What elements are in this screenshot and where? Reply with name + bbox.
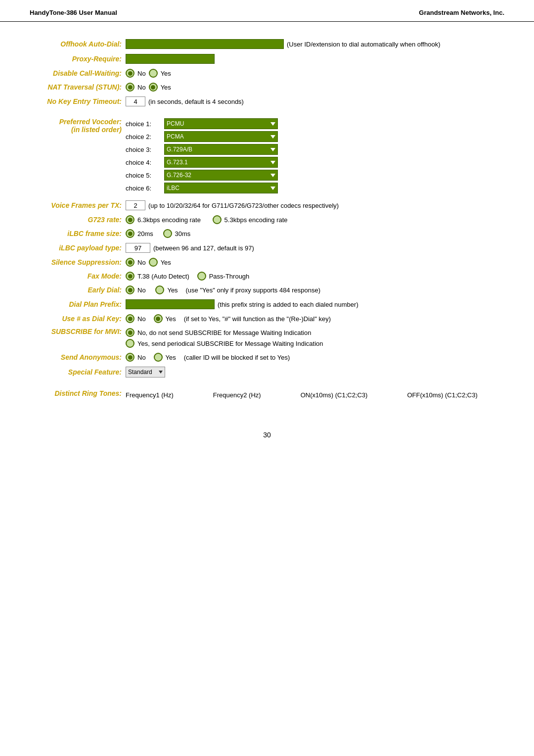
vocoder-arrow-1	[270, 122, 275, 126]
ilbc-frame-value: 20ms 30ms	[124, 227, 504, 240]
ilbc-payload-label: iLBC payload type:	[30, 240, 124, 255]
no-key-value: 4 (in seconds, default is 4 seconds)	[124, 94, 504, 109]
early-dial-no-radio[interactable]	[126, 285, 134, 294]
vocoder-select-2[interactable]: PCMA	[164, 131, 278, 142]
fax-passthrough-radio[interactable]	[197, 272, 206, 281]
fax-value: T.38 (Auto Detect) Pass-Through	[124, 269, 504, 283]
voice-frames-input[interactable]: 2	[126, 200, 145, 210]
vocoder-select-6[interactable]: iLBC	[164, 183, 278, 193]
distinct-ring-label: Distinct Ring Tones:	[30, 387, 124, 401]
ilbc-frame-30ms-label: 30ms	[175, 230, 191, 237]
special-feature-row: Special Feature: Standard	[30, 364, 504, 380]
ilbc-payload-input[interactable]: 97	[126, 243, 150, 253]
vocoder-choice-3: choice 3: G.729A/B	[126, 144, 502, 155]
spacer-row-2	[30, 380, 504, 387]
offhook-auto-dial-row: Offhook Auto-Dial: (User ID/extension to…	[30, 37, 504, 51]
send-anon-yes-radio[interactable]	[154, 353, 163, 362]
disable-call-waiting-value: No Yes	[124, 66, 504, 80]
disable-call-waiting-no-radio[interactable]	[126, 69, 134, 78]
mwi-no-radio[interactable]	[126, 328, 134, 337]
vocoder-choice-5: choice 5: G.726-32	[126, 170, 502, 181]
voice-frames-value: 2 (up to 10/20/32/64 for G711/G726/G723/…	[124, 198, 504, 213]
early-dial-yes-radio[interactable]	[155, 285, 164, 294]
vocoder-arrow-4	[270, 161, 275, 164]
header-right: Grandstream Networks, Inc.	[419, 9, 504, 16]
proxy-input[interactable]	[126, 54, 215, 64]
special-feature-label: Special Feature:	[30, 364, 124, 380]
offhook-inline: (User ID/extension to dial automatically…	[126, 39, 502, 49]
use-hash-desc: (if set to Yes, "#" will function as the…	[184, 315, 331, 323]
early-dial-row: Early Dial: No Yes (use "Yes" only if pr…	[30, 283, 504, 297]
special-feature-select[interactable]: Standard	[126, 367, 165, 378]
offhook-label: Offhook Auto-Dial:	[30, 37, 124, 51]
vocoder-choice-4: choice 4: G.723.1	[126, 157, 502, 168]
nat-label: NAT Traversal (STUN):	[30, 80, 124, 94]
nat-inline: No Yes	[126, 83, 502, 92]
nat-no-radio[interactable]	[126, 83, 134, 92]
nat-no-label: No	[137, 84, 146, 91]
use-hash-yes-radio[interactable]	[154, 314, 163, 323]
mwi-yes-radio[interactable]	[126, 339, 134, 348]
use-hash-label: Use # as Dial Key:	[30, 312, 124, 326]
vocoder-arrow-6	[270, 187, 275, 190]
vocoder-select-4[interactable]: G.723.1	[164, 157, 278, 168]
disable-call-waiting-label: Disable Call-Waiting:	[30, 66, 124, 80]
subscribe-mwi-option2-row: Yes, send periodical SUBSCRIBE for Messa…	[126, 339, 502, 348]
vocoder-select-1[interactable]: PCMU	[164, 118, 278, 129]
ilbc-payload-row: iLBC payload type: 97 (between 96 and 12…	[30, 240, 504, 255]
disable-call-waiting-row: Disable Call-Waiting: No Yes	[30, 66, 504, 80]
ilbc-payload-value: 97 (between 96 and 127, default is 97)	[124, 240, 504, 255]
send-anonymous-row: Send Anonymous: No Yes (caller ID will b…	[30, 350, 504, 364]
silence-no-radio[interactable]	[126, 258, 134, 267]
nat-yes-label: Yes	[161, 84, 171, 91]
offhook-value: (User ID/extension to dial automatically…	[124, 37, 504, 51]
silence-yes-radio[interactable]	[149, 258, 158, 267]
g723-inline: 6.3kbps encoding rate 5.3kbps encoding r…	[126, 215, 502, 224]
voice-frames-desc: (up to 10/20/32/64 for G711/G726/G723/ot…	[148, 202, 339, 209]
spacer-row-1	[30, 109, 504, 116]
disable-call-waiting-inline: No Yes	[126, 69, 502, 78]
early-dial-label: Early Dial:	[30, 283, 124, 297]
settings-table: Offhook Auto-Dial: (User ID/extension to…	[30, 37, 504, 401]
ilbc-frame-30ms-radio[interactable]	[163, 229, 172, 238]
proxy-label: Proxy-Require:	[30, 51, 124, 66]
ilbc-frame-label: iLBC frame size:	[30, 227, 124, 240]
early-dial-desc: (use "Yes" only if proxy supports 484 re…	[186, 286, 321, 294]
ilbc-payload-desc: (between 96 and 127, default is 97)	[153, 244, 254, 252]
silence-no-label: No	[137, 259, 146, 266]
silence-inline: No Yes	[126, 258, 502, 267]
ilbc-frame-size-row: iLBC frame size: 20ms 30ms	[30, 227, 504, 240]
content-area: Offhook Auto-Dial: (User ID/extension to…	[0, 22, 534, 421]
proxy-require-row: Proxy-Require:	[30, 51, 504, 66]
fax-t38-radio[interactable]	[126, 272, 134, 281]
g723-option2-radio[interactable]	[213, 215, 222, 224]
g723-option1-radio[interactable]	[126, 215, 134, 224]
silence-yes-label: Yes	[161, 259, 171, 266]
vocoder-select-5[interactable]: G.726-32	[164, 170, 278, 181]
distinct-ring-tones-row: Distinct Ring Tones: Frequency1 (Hz) Fre…	[30, 387, 504, 401]
early-dial-value: No Yes (use "Yes" only if proxy supports…	[124, 283, 504, 297]
no-key-input[interactable]: 4	[126, 96, 145, 106]
dial-plan-input[interactable]	[126, 299, 215, 309]
no-key-entry-row: No Key Entry Timeout: 4 (in seconds, def…	[30, 94, 504, 109]
nat-value: No Yes	[124, 80, 504, 94]
silence-suppression-row: Silence Suppression: No Yes	[30, 255, 504, 269]
special-feature-arrow	[159, 371, 163, 374]
early-dial-yes-label: Yes	[167, 286, 178, 294]
offhook-input[interactable]	[126, 39, 284, 49]
no-key-inline: 4 (in seconds, default is 4 seconds)	[126, 96, 502, 106]
ilbc-frame-20ms-radio[interactable]	[126, 229, 134, 238]
send-anon-no-label: No	[137, 354, 146, 361]
no-key-label: No Key Entry Timeout:	[30, 94, 124, 109]
nat-yes-radio[interactable]	[149, 83, 158, 92]
vocoder-select-3[interactable]: G.729A/B	[164, 144, 278, 155]
subscribe-mwi-label: SUBSCRIBE for MWI:	[30, 326, 124, 350]
g723-option1-label: 6.3kbps encoding rate	[137, 216, 201, 224]
send-anon-no-radio[interactable]	[126, 353, 134, 362]
ilbc-frame-inline: 20ms 30ms	[126, 229, 502, 238]
distinct-col1: Frequency1 (Hz)	[126, 391, 174, 399]
use-hash-no-radio[interactable]	[126, 314, 134, 323]
mwi-no-label: No, do not send SUBSCRIBE for Message Wa…	[137, 329, 311, 336]
g723-value: 6.3kbps encoding rate 5.3kbps encoding r…	[124, 213, 504, 227]
disable-call-waiting-yes-radio[interactable]	[149, 69, 158, 78]
